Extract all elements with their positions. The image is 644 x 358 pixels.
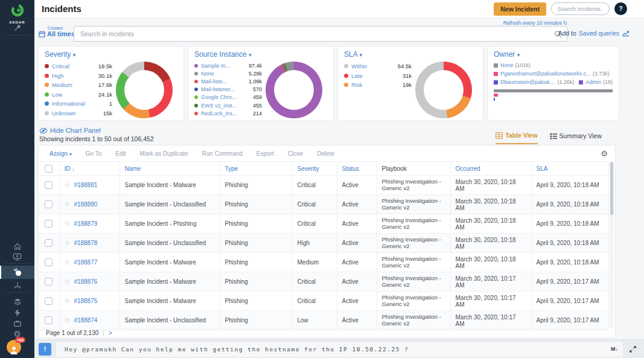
pin-icon[interactable] (0, 22, 34, 33)
incident-id-link[interactable]: #188877 (74, 259, 97, 266)
row-checkbox[interactable] (45, 181, 53, 189)
sidebar-item-automation[interactable] (0, 307, 34, 318)
help-button[interactable]: ? (614, 2, 627, 15)
legend-item[interactable]: Informational 1 (45, 99, 112, 109)
legend-item[interactable]: High 30.1k (45, 71, 112, 81)
incident-row[interactable]: ☆#188877 Sample Incident - Malware Phish… (39, 253, 609, 272)
legend-item[interactable]: Mail-listener... 570 (194, 86, 262, 94)
delete-button[interactable]: Delete (317, 150, 334, 157)
sidebar-item-reports[interactable] (0, 251, 34, 263)
legend-item[interactable]: Late 31k (344, 71, 412, 81)
sla-title[interactable]: SLA ▾ (344, 50, 477, 59)
incident-id-link[interactable]: #188879 (74, 220, 97, 227)
owner-legend-item[interactable]: Admin (18) (579, 79, 613, 85)
tab-table-view[interactable]: Table View (496, 132, 537, 144)
legend-item[interactable]: None 5.28k (194, 69, 262, 77)
severity-title[interactable]: Severity ▾ (45, 50, 177, 59)
owner-legend-item[interactable]: None (101k) (494, 61, 613, 69)
column-header-playbook[interactable]: Playbook (377, 162, 450, 176)
star-icon[interactable]: ☆ (65, 181, 71, 188)
legend-item[interactable]: EWS v2_inst... 455 (194, 101, 262, 109)
star-icon[interactable]: ☆ (65, 200, 71, 208)
star-icon[interactable]: ☆ (65, 239, 71, 246)
select-all-checkbox[interactable] (45, 165, 53, 173)
sidebar-item-docs[interactable] (0, 296, 34, 307)
incident-id-link[interactable]: #188880 (74, 201, 97, 208)
row-checkbox[interactable] (45, 316, 53, 324)
incident-id-link[interactable]: #188881 (74, 182, 97, 188)
row-checkbox[interactable] (45, 220, 53, 228)
incident-row[interactable]: ☆#188880 Sample Incident - Unclassified … (39, 195, 609, 214)
legend-item[interactable]: Sample In... 97.4k (194, 62, 262, 69)
legend-item[interactable]: Medium 17.6k (45, 80, 112, 90)
star-icon[interactable]: ☆ (65, 316, 71, 324)
table-scrollbar[interactable] (610, 161, 614, 328)
sidebar-item-incidents[interactable] (0, 266, 34, 279)
saved-queries-link[interactable]: Saved queries (579, 30, 619, 37)
legend-item[interactable]: RedLock_ins... 214 (194, 109, 262, 117)
edit-button[interactable]: Edit (115, 150, 126, 157)
new-incident-button[interactable]: New Incident (494, 2, 546, 16)
chart-line-icon[interactable] (622, 30, 630, 37)
global-search-input[interactable] (551, 2, 610, 15)
mark-duplicate-button[interactable]: Mark as Duplicate (140, 150, 188, 157)
assign-button[interactable]: Assign ▾ (49, 150, 72, 157)
incident-row[interactable]: ☆#188876 Sample Incident - Malware Phish… (39, 272, 609, 292)
incident-row[interactable]: ☆#188878 Sample Incident - Unclassified … (39, 234, 609, 253)
legend-item[interactable]: Low 24.1k (45, 90, 112, 100)
legend-item[interactable]: Mail-liste... 1.09k (194, 77, 262, 85)
row-checkbox[interactable] (45, 239, 53, 247)
run-command-button[interactable]: Run Command (202, 150, 243, 157)
legend-item[interactable]: Google Chro... 459 (194, 94, 262, 101)
column-header-name[interactable]: Name (120, 162, 220, 176)
legend-item[interactable]: Within 54.5k (344, 62, 412, 71)
owner-legend-item[interactable]: Dbaumstein@paloaltonetworks.c... (1.26k)… (494, 78, 613, 86)
column-header-status[interactable]: Status (337, 162, 377, 176)
source-instance-title[interactable]: Source Instance ▾ (194, 50, 327, 59)
table-settings-gear-icon[interactable]: ⚙ (601, 149, 608, 158)
user-avatar[interactable]: +99 (7, 340, 21, 354)
row-checkbox[interactable] (45, 278, 53, 286)
incident-search-input[interactable] (74, 27, 567, 41)
incident-id-link[interactable]: #188875 (74, 298, 97, 304)
column-header-type[interactable]: Type (220, 162, 292, 176)
owner-title[interactable]: Owner ▾ (494, 50, 613, 59)
star-icon[interactable]: ☆ (65, 220, 71, 227)
incident-id-link[interactable]: #188874 (74, 317, 97, 324)
sidebar-item-home[interactable] (0, 240, 34, 252)
incident-row[interactable]: ☆#188875 Sample Incident - Malware Phish… (39, 292, 609, 311)
column-header-occurred[interactable]: Occurred (450, 162, 531, 176)
close-button[interactable]: Close (288, 150, 304, 157)
column-header-id[interactable]: ID ↓ (59, 162, 120, 176)
incident-row[interactable]: ☆#188874 Sample Incident - Unclassified … (39, 311, 609, 330)
incident-id-link[interactable]: #188878 (74, 240, 97, 246)
column-header-sla[interactable]: SLA (531, 162, 609, 176)
chat-alert-icon[interactable]: ! (39, 343, 51, 356)
hide-chart-panel-link[interactable]: Hide Chart Panel (39, 127, 101, 134)
goto-button[interactable]: Go To (86, 150, 102, 157)
export-button[interactable]: Export (257, 150, 274, 157)
time-range-filter[interactable]: Created All times ▾ (39, 26, 79, 37)
expand-icon[interactable] (629, 345, 637, 353)
legend-item[interactable]: Critical 19.5k (45, 62, 112, 71)
star-icon[interactable]: ☆ (65, 297, 71, 304)
sidebar-item-playbooks[interactable] (0, 280, 34, 291)
star-icon[interactable]: ☆ (65, 278, 71, 285)
tab-summary-view[interactable]: Summary View (550, 132, 602, 144)
xsoar-logo[interactable]: XSOAR (0, 0, 34, 24)
chat-input[interactable]: Hey @pramukh Can you help me with gettin… (56, 342, 623, 357)
owner-legend-item[interactable]: Pganeshamurt@paloaltonetworks.c... (3.73… (494, 69, 613, 78)
row-checkbox[interactable] (45, 258, 53, 266)
incident-id-link[interactable]: #188876 (74, 278, 97, 285)
refresh-setting[interactable]: Refresh every 10 minutes ↻ (74, 20, 567, 26)
column-header-severity[interactable]: Severity (292, 162, 337, 176)
incident-row[interactable]: ☆#188879 Sample Incident - Phishing Phis… (39, 214, 609, 234)
legend-item[interactable]: Unknown 15k (45, 109, 112, 118)
scrollbar-thumb[interactable] (610, 162, 613, 215)
incident-row[interactable]: ☆#188881 Sample Incident - Malware Phish… (39, 176, 609, 195)
legend-item[interactable]: Risk 19k (344, 80, 412, 90)
next-page-button[interactable]: > (109, 330, 112, 336)
row-checkbox[interactable] (45, 200, 53, 208)
refresh-icon[interactable]: ↻ (563, 20, 567, 26)
row-checkbox[interactable] (45, 297, 53, 305)
